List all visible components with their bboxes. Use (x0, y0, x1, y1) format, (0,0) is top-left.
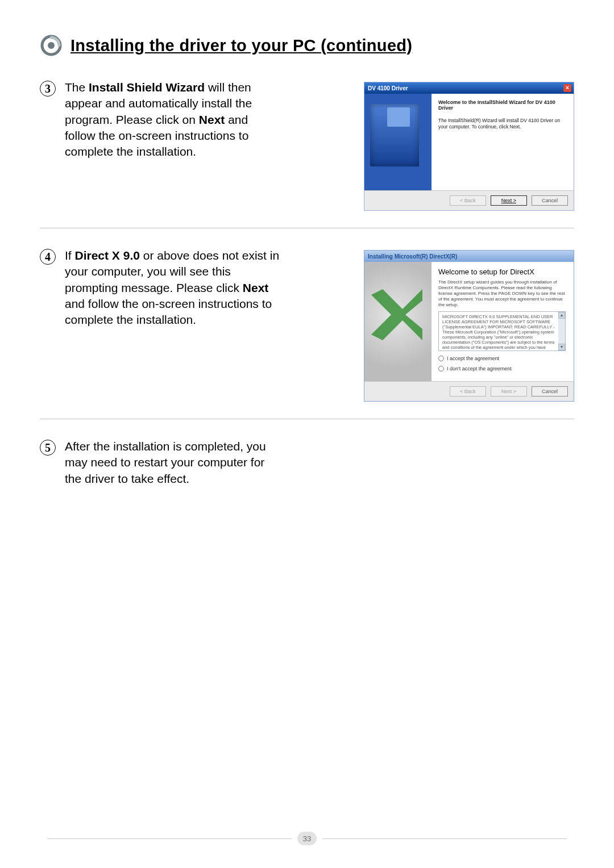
window-titlebar: DV 4100 Driver × (364, 82, 574, 94)
svg-marker-2 (371, 289, 422, 340)
wizard-heading: Welcome to the InstallShield Wizard for … (438, 99, 567, 111)
radio-label: I don't accept the agreement (447, 366, 512, 372)
next-button[interactable]: Next > (491, 195, 527, 206)
text-bold: Direct X 9.0 (75, 249, 140, 262)
step-3-text: The Install Shield Wizard will then appe… (65, 80, 281, 160)
step-4: 4 If Direct X 9.0 or above does not exis… (40, 248, 574, 402)
text-fragment: and follow the on-screen instructions to… (65, 297, 272, 326)
radio-icon (438, 356, 444, 361)
scroll-up-icon[interactable]: ▴ (558, 312, 565, 319)
step-4-text: If Direct X 9.0 or above does not exist … (65, 248, 281, 328)
step-5-text: After the installation is completed, you… (65, 439, 281, 487)
wizard-main: Welcome to setup for DirectX The DirectX… (432, 262, 574, 381)
text-fragment: If (65, 249, 75, 262)
radio-reject[interactable]: I don't accept the agreement (438, 366, 566, 372)
page-title: Installing the driver to your PC (contin… (70, 36, 412, 55)
wizard-description: The DirectX setup wizard guides you thro… (438, 279, 566, 308)
window-title: DV 4100 Driver (368, 85, 408, 91)
eula-text: MICROSOFT DIRECTX 9.0 SUPPLEMENTAL END U… (442, 314, 555, 351)
directx-screenshot: Installing Microsoft(R) DirectX(R) Welco… (364, 250, 574, 402)
wizard-sidebar (364, 94, 432, 190)
radio-label: I accept the agreement (447, 356, 499, 361)
step-number-3: 3 (40, 81, 56, 97)
wizard-heading: Welcome to setup for DirectX (438, 268, 566, 276)
step-number-4: 4 (40, 249, 56, 265)
page-title-row: Installing the driver to your PC (contin… (40, 34, 574, 57)
bullet-swirl-icon (40, 34, 63, 57)
eula-textbox[interactable]: MICROSOFT DIRECTX 9.0 SUPPLEMENTAL END U… (438, 311, 566, 351)
wizard-footer: < Back Next > Cancel (364, 381, 574, 401)
directx-x-icon (371, 289, 422, 340)
divider (40, 419, 574, 419)
step-3: 3 The Install Shield Wizard will then ap… (40, 80, 574, 211)
scroll-down-icon[interactable]: ▾ (558, 344, 565, 350)
package-icon (387, 107, 410, 127)
text-bold: Next (199, 113, 225, 126)
scrollbar[interactable]: ▴ ▾ (558, 312, 565, 350)
page-number: 33 (297, 832, 317, 845)
svg-point-1 (48, 42, 55, 49)
monitor-icon (370, 104, 419, 166)
installshield-screenshot: DV 4100 Driver × Welcome to the InstallS… (364, 82, 574, 211)
text-bold: Next (243, 281, 269, 294)
step-number-5: 5 (40, 440, 56, 456)
wizard-main: Welcome to the InstallShield Wizard for … (432, 94, 574, 190)
radio-icon (438, 366, 444, 372)
text-fragment: The (65, 81, 89, 94)
wizard-sidebar (364, 262, 432, 381)
cancel-button[interactable]: Cancel (532, 195, 568, 206)
step-5: 5 After the installation is completed, y… (40, 439, 574, 487)
radio-accept[interactable]: I accept the agreement (438, 356, 566, 361)
close-icon[interactable]: × (563, 84, 571, 92)
text-bold: Install Shield Wizard (89, 81, 205, 94)
divider (40, 228, 574, 228)
window-title: Installing Microsoft(R) DirectX(R) (368, 253, 457, 260)
next-button[interactable]: Next > (491, 386, 527, 397)
back-button[interactable]: < Back (450, 195, 486, 206)
window-titlebar: Installing Microsoft(R) DirectX(R) (364, 251, 574, 262)
cancel-button[interactable]: Cancel (532, 386, 568, 397)
back-button[interactable]: < Back (450, 386, 486, 397)
wizard-footer: < Back Next > Cancel (364, 190, 574, 210)
wizard-description: The InstallShield(R) Wizard will install… (438, 118, 567, 130)
